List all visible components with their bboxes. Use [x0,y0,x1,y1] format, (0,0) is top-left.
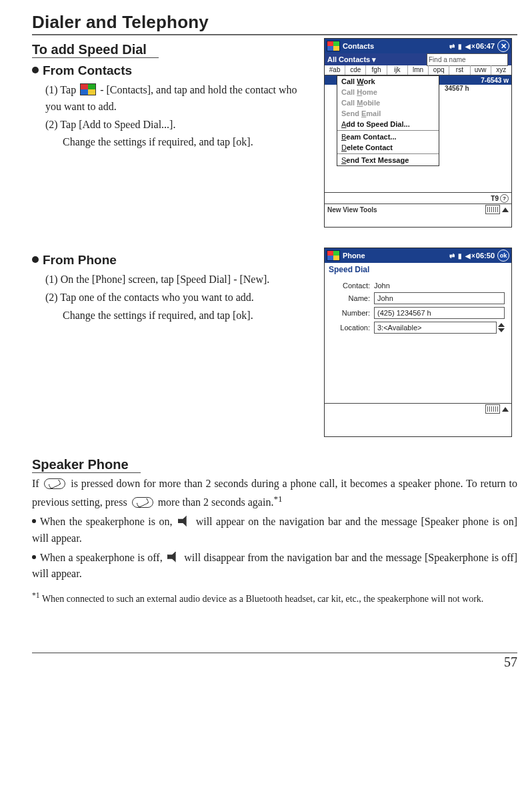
sip-icon[interactable] [485,205,500,214]
alpha-tabs[interactable]: #ab cde fgh ijk lmn opq rst uvw xyz [325,65,511,75]
filter-dropdown[interactable]: All Contacts ▾ [327,55,376,64]
alpha-tab[interactable]: lmn [408,65,429,75]
clock: 06:50 [476,252,495,260]
ok-button[interactable]: ok [497,250,509,262]
menu-item-call-work[interactable]: Call Work [337,76,439,87]
text: (1) Tap [45,84,79,95]
chapter-title: Dialer and Telephony [32,12,517,35]
subsection-from-contacts: From Contacts [32,63,311,78]
subsection-from-phone: From Phone [32,253,311,268]
input-location[interactable]: 3:<Available> [374,322,497,334]
contacts-filter-bar: All Contacts ▾ Find a name [325,53,511,65]
label-contact: Contact: [331,282,370,290]
start-icon[interactable] [327,250,340,261]
text: (2) Tap [Add to Speed Dial...]. [45,117,311,133]
menu-item-send-email: Send Email [337,108,439,119]
start-icon[interactable] [327,41,340,51]
context-menu[interactable]: Call Work Call Home Call Mobile Send Ema… [337,75,439,166]
bullet-icon [32,555,36,559]
label-name: Name: [331,294,370,302]
footnote: *1 When connected to such an external au… [32,590,517,606]
menu-separator [337,130,439,131]
help-icon[interactable]: ? [500,194,509,203]
bullet-icon [32,256,39,263]
sip-arrow-icon[interactable] [502,208,509,212]
close-icon[interactable]: ✕ [497,40,509,52]
list-row-fragment: 34567 h [445,85,469,92]
steps-from-contacts: (1) Tap - [Contacts], and tap and hold t… [45,82,311,151]
screenshot-speed-dial: Phone ⇄ ▮ ◀× 06:50 ok Speed Dial Contact… [324,248,512,437]
input-number[interactable]: (425) 1234567 h [374,307,505,319]
footnote-text: When connected to such an external audio… [40,594,484,604]
menu-item-beam[interactable]: Beam Contact... [337,131,439,142]
menu-item-send-text[interactable]: Send Text Message [337,155,439,165]
command-bar-items[interactable]: New View Tools [327,206,377,214]
status-icons: ⇄ ▮ ◀× [449,252,475,260]
speaker-icon [178,516,190,526]
status-icons: ⇄ ▮ ◀× [449,43,475,50]
alpha-tab[interactable]: cde [345,65,366,75]
window-title: Phone [343,252,365,260]
text: (1) On the [Phone] screen, tap [Speed Di… [45,272,311,288]
arrow-up-icon[interactable] [498,323,505,327]
call-button-icon [132,497,153,508]
menu-item-call-mobile: Call Mobile [337,97,439,108]
location-spinner[interactable] [498,323,505,332]
bullet-icon [32,67,39,73]
text: When the speakerphone is on, [40,516,176,527]
window-titlebar: Phone ⇄ ▮ ◀× 06:50 ok [325,248,511,263]
screen-subtitle: Speed Dial [325,263,511,276]
window-titlebar: Contacts ⇄ ▮ ◀× 06:47 ✕ [325,39,511,53]
footnote-marker: *1 [32,591,40,600]
text: (2) Tap one of the contacts who you want… [45,290,311,306]
sip-arrow-icon[interactable] [502,407,509,412]
alpha-tab[interactable]: fgh [366,65,387,75]
alpha-tab[interactable]: uvw [471,65,491,75]
alpha-tab[interactable]: rst [449,65,470,75]
input-name[interactable]: John [374,292,505,304]
menu-item-delete[interactable]: Delete Contact [337,142,439,153]
search-input[interactable]: Find a name [427,53,508,66]
alpha-tab[interactable]: #ab [325,65,345,75]
text: more than 2 seconds again. [155,496,274,508]
text: Change the settings if required, and tap… [63,134,311,151]
section-title: To add Speed Dial [32,42,159,58]
screenshot-contacts: Contacts ⇄ ▮ ◀× 06:47 ✕ All Contacts ▾ F… [324,38,512,228]
menu-separator [337,153,439,154]
section-title-speaker: Speaker Phone [32,457,141,473]
start-menu-icon [80,83,96,95]
text: If [32,478,42,489]
bullet-icon [32,519,36,523]
text: 7-6543 w [481,77,509,84]
command-bar [325,403,511,414]
steps-from-phone: (1) On the [Phone] screen, tap [Speed Di… [45,272,311,324]
page-number: 57 [32,653,517,670]
clock: 06:47 [476,42,495,50]
menu-item-call-home: Call Home [337,87,439,97]
label-location: Location: [331,324,370,332]
menu-item-add-speed-dial[interactable]: Add to Speed Dial... [337,119,439,129]
paragraph: If is pressed down for more than 2 secon… [32,476,517,582]
arrow-down-icon[interactable] [498,328,505,332]
call-button-icon [44,478,65,489]
value-contact: John [374,282,390,290]
text: Change the settings if required, and tap… [63,308,311,324]
speaker-icon [167,552,179,562]
alpha-tab[interactable]: ijk [387,65,408,75]
subsection-label: From Phone [43,253,117,267]
speed-dial-form: Contact: John Name: John Number: (425) 1… [325,276,511,339]
text: When a speakerphone is off, [40,552,165,563]
alpha-tab[interactable]: opq [429,65,449,75]
window-title: Contacts [343,42,374,50]
sip-icon[interactable] [485,404,500,414]
t9-indicator: T9 [491,195,499,202]
command-bar: New View Tools [325,204,511,215]
subsection-label: From Contacts [43,63,132,77]
label-number: Number: [331,309,370,317]
alpha-tab[interactable]: xyz [491,65,511,75]
footnote-ref: *1 [273,494,282,504]
